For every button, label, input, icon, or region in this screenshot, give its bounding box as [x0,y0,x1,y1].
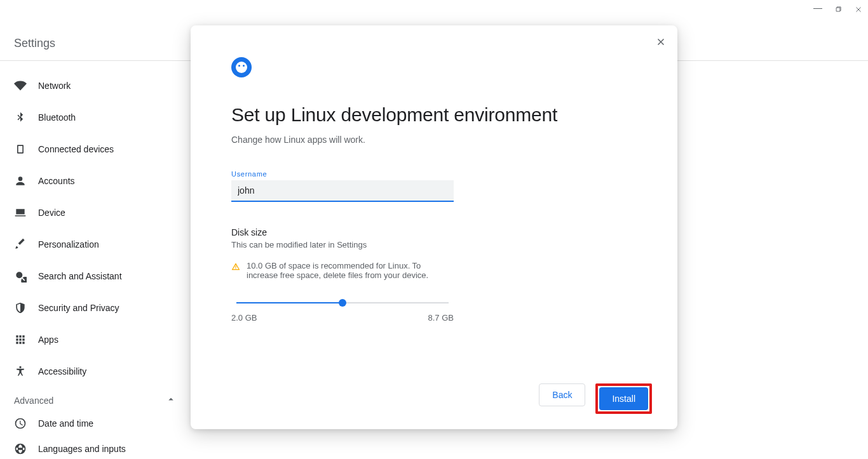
username-label: Username [231,170,454,178]
sidebar-item-date-time[interactable]: Date and time [0,411,191,436]
sidebar-item-apps[interactable]: Apps [0,324,191,356]
sidebar-item-languages[interactable]: Languages and inputs [0,436,191,459]
sidebar-item-label: Accessibility [38,366,86,376]
linux-setup-dialog: Set up Linux development environment Cha… [191,25,677,429]
maximize-button[interactable] [834,5,843,16]
account-icon [14,175,27,187]
clock-icon [14,417,27,430]
username-input[interactable] [231,180,454,202]
sidebar-item-device[interactable]: Device [0,197,191,229]
disk-size-slider-wrap: 2.0 GB 8.7 GB [231,298,454,323]
linux-icon [231,57,252,77]
window-controls [813,5,863,16]
page-title: Settings [14,37,55,50]
sidebar-item-label: Languages and inputs [38,444,126,454]
sidebar-item-label: Accounts [38,176,75,186]
bluetooth-icon [14,111,27,124]
disk-size-heading: Disk size [231,227,652,237]
dialog-title: Set up Linux development environment [231,104,652,126]
disk-warning-text: 10.0 GB of space is recommended for Linu… [247,261,454,280]
sidebar-item-accounts[interactable]: Accounts [0,165,191,197]
sidebar: Network Bluetooth Connected devices Acco… [0,61,191,459]
warning-icon [231,262,240,271]
devices-icon [14,143,27,156]
sidebar-item-personalization[interactable]: Personalization [0,229,191,260]
sidebar-item-label: Network [38,81,71,91]
window-close-button[interactable] [854,5,863,16]
sidebar-group-advanced[interactable]: Advanced [0,387,191,411]
sidebar-item-label: Personalization [38,239,99,249]
search-icon [14,270,27,283]
install-button[interactable]: Install [599,387,648,410]
dialog-close-button[interactable] [652,33,670,51]
sidebar-item-security[interactable]: Security and Privacy [0,292,191,324]
disk-size-slider[interactable] [236,298,449,308]
sidebar-item-network[interactable]: Network [0,70,191,102]
slider-max-label: 8.7 GB [428,313,454,323]
laptop-icon [14,206,27,219]
sidebar-item-label: Bluetooth [38,112,76,123]
accessibility-icon [14,365,27,378]
sidebar-item-label: Connected devices [38,144,114,154]
brush-icon [14,238,27,251]
sidebar-item-bluetooth[interactable]: Bluetooth [0,102,191,133]
back-button[interactable]: Back [539,383,585,406]
install-highlight: Install [595,383,652,414]
chevron-up-icon [165,394,177,407]
apps-icon [14,333,27,346]
disk-size-sub: This can be modified later in Settings [231,240,652,249]
sidebar-item-label: Device [38,208,65,218]
sidebar-item-label: Security and Privacy [38,303,119,313]
sidebar-item-connected-devices[interactable]: Connected devices [0,133,191,165]
wifi-icon [14,79,27,92]
sidebar-item-accessibility[interactable]: Accessibility [0,356,191,387]
globe-icon [14,442,27,455]
sidebar-item-search[interactable]: Search and Assistant [0,260,191,292]
dialog-subtitle: Change how Linux apps will work. [231,135,652,145]
username-field: Username [231,170,454,202]
minimize-button[interactable] [813,8,822,9]
slider-min-label: 2.0 GB [231,313,257,323]
sidebar-group-label: Advanced [14,396,53,406]
sidebar-item-label: Date and time [38,418,93,429]
sidebar-item-label: Apps [38,335,58,345]
shield-icon [14,302,27,314]
disk-warning: 10.0 GB of space is recommended for Linu… [231,261,454,280]
sidebar-item-label: Search and Assistant [38,271,122,281]
